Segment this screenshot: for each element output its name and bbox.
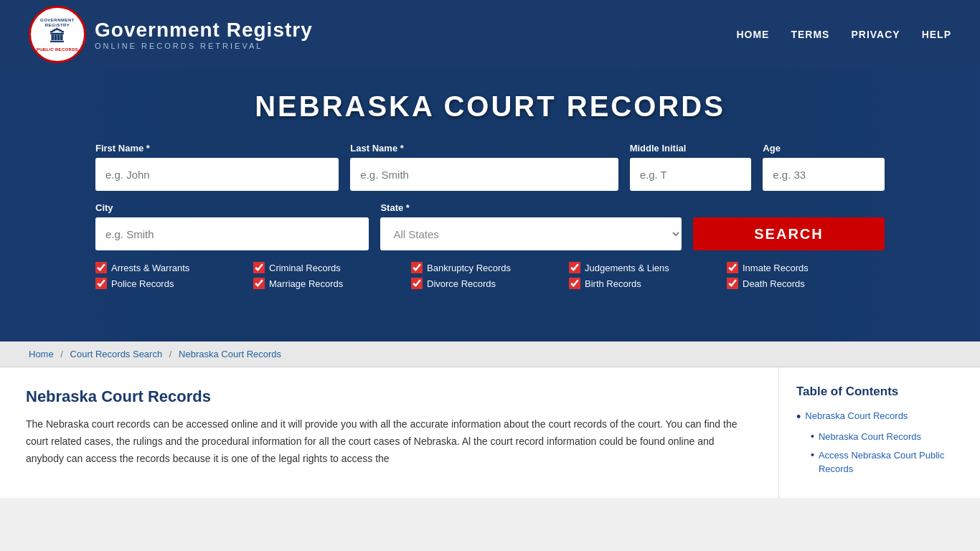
checkbox-divorce-input[interactable] [411, 278, 423, 289]
state-label: State * [380, 202, 409, 213]
logo-inner: GOVERNMENT REGISTRY 🏛 PUBLIC RECORDS [31, 17, 84, 52]
checkbox-judgements-input[interactable] [569, 262, 580, 273]
toc-link-access-nebraska[interactable]: Access Nebraska Court Public Records [819, 448, 963, 476]
breadcrumb: Home / Court Records Search / Nebraska C… [0, 342, 980, 367]
checkbox-police: Police Records [95, 278, 253, 289]
checkbox-birth-label: Birth Records [585, 278, 641, 289]
checkbox-police-label: Police Records [111, 278, 174, 289]
middle-initial-label: Middle Initial [630, 143, 687, 154]
site-subtitle: Online Records Retrieval [95, 42, 313, 50]
logo-block: GOVERNMENT REGISTRY 🏛 PUBLIC RECORDS Gov… [29, 6, 313, 63]
checkbox-marriage: Marriage Records [253, 278, 411, 289]
header-title-block: Government Registry Online Records Retri… [95, 19, 313, 50]
nav-terms[interactable]: TERMS [791, 29, 829, 40]
checkbox-bankruptcy-label: Bankruptcy Records [427, 263, 511, 273]
hero-section: NEBRASKA COURT RECORDS First Name * Last… [0, 69, 980, 342]
last-name-input[interactable] [350, 158, 618, 191]
checkbox-inmate-label: Inmate Records [743, 263, 809, 273]
checkbox-arrests: Arrests & Warrants [95, 262, 253, 273]
logo-arc-bottom: PUBLIC RECORDS [31, 47, 84, 52]
age-label: Age [763, 143, 781, 154]
state-group: State * All States Alabama Alaska Arizon… [380, 202, 682, 250]
breadcrumb-court-records-search[interactable]: Court Records Search [70, 349, 163, 359]
age-input[interactable] [763, 158, 885, 191]
toc-item-3: • Access Nebraska Court Public Records [811, 448, 963, 476]
checkboxes-row: Arrests & Warrants Criminal Records Bank… [95, 262, 885, 289]
age-group: Age [763, 143, 885, 191]
checkbox-inmate-input[interactable] [727, 262, 738, 273]
city-label: City [95, 202, 113, 213]
first-name-label: First Name * [95, 143, 150, 154]
checkbox-inmate: Inmate Records [727, 262, 885, 273]
checkbox-judgements: Judgements & Liens [569, 262, 727, 273]
checkbox-arrests-input[interactable] [95, 262, 107, 273]
last-name-label: Last Name * [350, 143, 403, 154]
first-name-input[interactable] [95, 158, 339, 191]
hero-content: NEBRASKA COURT RECORDS First Name * Last… [29, 90, 951, 289]
toc-dot-2: • [811, 430, 814, 443]
logo-arc-top: GOVERNMENT REGISTRY [31, 18, 84, 28]
state-select[interactable]: All States Alabama Alaska Arizona Arkans… [380, 217, 682, 250]
main-nav: HOME TERMS PRIVACY HELP [736, 29, 951, 40]
breadcrumb-home[interactable]: Home [29, 349, 54, 359]
content-body: The Nebraska court records can be access… [26, 416, 753, 467]
main-content: Nebraska Court Records The Nebraska cour… [0, 367, 980, 498]
checkbox-bankruptcy-input[interactable] [411, 262, 423, 273]
content-title: Nebraska Court Records [26, 387, 753, 406]
checkbox-birth-input[interactable] [569, 278, 580, 289]
nav-help[interactable]: HELP [922, 29, 951, 40]
checkbox-death-input[interactable] [727, 278, 738, 289]
checkbox-police-input[interactable] [95, 278, 107, 289]
hero-title: NEBRASKA COURT RECORDS [29, 90, 951, 123]
checkbox-criminal-label: Criminal Records [269, 263, 341, 273]
content-area: Nebraska Court Records The Nebraska cour… [0, 367, 779, 498]
toc-dot-3: • [811, 448, 814, 461]
logo-building-icon: 🏛 [31, 28, 84, 47]
breadcrumb-sep-1: / [60, 349, 65, 359]
checkbox-marriage-input[interactable] [253, 278, 265, 289]
toc-item-1: • Nebraska Court Records [796, 409, 963, 425]
toc-link-nebraska-court-sub[interactable]: Nebraska Court Records [819, 430, 921, 444]
search-button[interactable]: SEARCH [693, 217, 885, 250]
search-form: First Name * Last Name * Middle Initial … [95, 143, 885, 250]
checkbox-death: Death Records [727, 278, 885, 289]
toc-dot-1: • [796, 409, 801, 425]
first-name-group: First Name * [95, 143, 339, 191]
city-input[interactable] [95, 217, 369, 250]
checkbox-birth: Birth Records [569, 278, 727, 289]
checkbox-divorce: Divorce Records [411, 278, 569, 289]
toc-link-nebraska-court[interactable]: Nebraska Court Records [805, 409, 908, 423]
middle-initial-input[interactable] [630, 158, 752, 191]
last-name-group: Last Name * [350, 143, 618, 191]
toc-item-2: • Nebraska Court Records [811, 430, 963, 444]
form-row-1: First Name * Last Name * Middle Initial … [95, 143, 885, 191]
checkbox-arrests-label: Arrests & Warrants [111, 263, 189, 273]
site-title: Government Registry [95, 19, 313, 42]
checkbox-judgements-label: Judgements & Liens [585, 263, 669, 273]
middle-initial-group: Middle Initial [630, 143, 752, 191]
checkbox-death-label: Death Records [743, 278, 805, 289]
logo-circle: GOVERNMENT REGISTRY 🏛 PUBLIC RECORDS [29, 6, 86, 63]
checkbox-criminal-input[interactable] [253, 262, 265, 273]
site-header: GOVERNMENT REGISTRY 🏛 PUBLIC RECORDS Gov… [0, 0, 980, 69]
breadcrumb-nebraska[interactable]: Nebraska Court Records [179, 349, 281, 359]
sidebar: Table of Contents • Nebraska Court Recor… [779, 367, 980, 498]
city-group: City [95, 202, 369, 250]
nav-privacy[interactable]: PRIVACY [851, 29, 900, 40]
toc-title: Table of Contents [796, 385, 963, 399]
nav-home[interactable]: HOME [736, 29, 769, 40]
breadcrumb-sep-2: / [169, 349, 174, 359]
checkbox-marriage-label: Marriage Records [269, 278, 343, 289]
checkbox-divorce-label: Divorce Records [427, 278, 496, 289]
checkbox-bankruptcy: Bankruptcy Records [411, 262, 569, 273]
checkbox-criminal: Criminal Records [253, 262, 411, 273]
form-row-2: City State * All States Alabama Alaska A… [95, 202, 885, 250]
